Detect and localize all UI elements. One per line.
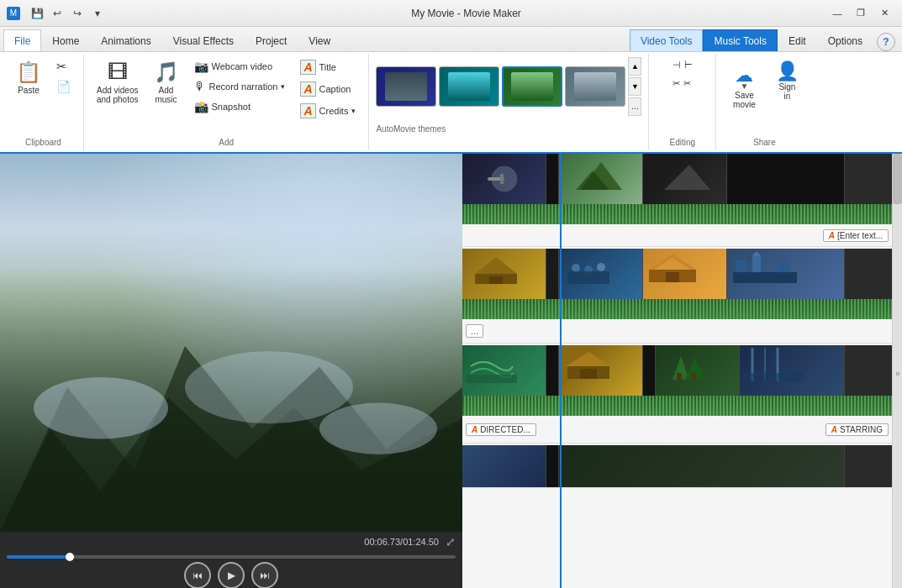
dropdown-arrow[interactable]: ▾: [89, 5, 106, 22]
theme-nav: ▲ ▼ …: [628, 57, 641, 116]
prev-frame-btn[interactable]: ⏮: [184, 562, 211, 588]
skyline-icon: [731, 251, 799, 285]
timeline-strip-4: [462, 445, 892, 488]
undo-btn[interactable]: ↩: [49, 5, 66, 22]
caption-btn[interactable]: A Caption: [294, 79, 361, 99]
mountain-svg: [0, 305, 462, 532]
clip-thumb-3f[interactable]: [740, 345, 845, 396]
clipboard-label: Clipboard: [25, 134, 61, 147]
svg-rect-24: [752, 255, 761, 272]
clip-thumb-3c[interactable]: [559, 345, 643, 396]
close-btn[interactable]: ✕: [873, 5, 895, 22]
clip-thumb-1e[interactable]: [727, 154, 845, 204]
tab-animations[interactable]: Animations: [90, 29, 161, 51]
theme-thumb-3[interactable]: [502, 66, 562, 107]
copy-btn[interactable]: 📄: [50, 77, 76, 96]
themes-label: AutoMovie themes: [376, 121, 446, 134]
audio-wave-3: [462, 396, 892, 416]
paste-btn[interactable]: 📋 Paste: [10, 57, 47, 98]
timeline-pane[interactable]: ≡: [462, 154, 902, 588]
timeline-inner: A [Enter text...: [462, 154, 892, 488]
snapshot-btn[interactable]: 📸 Snapshot: [188, 97, 292, 116]
clip-thumb-2b[interactable]: [546, 249, 559, 299]
minimize-btn[interactable]: —: [826, 5, 848, 22]
theme-thumb-1[interactable]: [376, 66, 436, 107]
next-frame-btn[interactable]: ⏭: [251, 562, 278, 588]
trim-tool-btn[interactable]: ⊣ ⊢: [667, 57, 699, 73]
clip-thumb-4a[interactable]: [462, 445, 546, 487]
timeline-scrollbar[interactable]: ≡: [892, 154, 902, 588]
add-videos-icon: 🎞: [108, 60, 128, 84]
mountain-icon-sm: [576, 158, 626, 192]
ellipsis-badge[interactable]: ...: [466, 324, 483, 338]
tab-options[interactable]: Options: [817, 29, 873, 51]
save-arrow-icon: ▼: [740, 81, 748, 91]
save-quick-btn[interactable]: 💾: [29, 5, 45, 22]
clip-thumb-4b[interactable]: [546, 445, 559, 487]
clip-thumb-3d[interactable]: [643, 345, 656, 396]
clip-thumb-3e[interactable]: [656, 345, 740, 396]
text-badge-1[interactable]: A [Enter text...: [823, 229, 889, 242]
clip-thumb-4c[interactable]: [559, 445, 845, 487]
tab-video-tools[interactable]: Video Tools: [630, 29, 704, 51]
tab-edit[interactable]: Edit: [778, 29, 817, 51]
cut-btn[interactable]: ✂: [50, 57, 76, 76]
save-movie-btn[interactable]: ☁ ▼ Save movie: [723, 57, 765, 113]
directed-badge[interactable]: A DIRECTED...: [466, 423, 536, 436]
clip-thumb-1c[interactable]: [559, 154, 643, 204]
clip-thumb-1b[interactable]: [546, 154, 559, 204]
playback-bar: ⏮ ▶ ⏭: [0, 552, 462, 588]
theme-thumb-4[interactable]: [565, 66, 625, 107]
add-music-btn[interactable]: 🎵 Add music: [148, 57, 185, 108]
cut-copy-col: ✂ 📄: [50, 57, 76, 96]
restore-btn[interactable]: ❐: [850, 5, 872, 22]
clip-thumb-1a[interactable]: [462, 154, 546, 204]
tab-home[interactable]: Home: [41, 29, 90, 51]
seek-bar[interactable]: [7, 555, 456, 559]
clip-thumb-2d[interactable]: [643, 249, 727, 299]
waterfall-icon: [744, 348, 803, 381]
tab-view[interactable]: View: [298, 29, 341, 51]
title-btn[interactable]: A Title: [294, 57, 361, 77]
play-btn[interactable]: ▶: [218, 562, 245, 588]
svg-rect-33: [677, 373, 682, 380]
preview-video[interactable]: [0, 154, 462, 532]
theme-thumb-2[interactable]: [439, 66, 499, 107]
person-icon: 👤: [776, 60, 799, 82]
credits-btn[interactable]: A Credits ▾: [294, 101, 361, 121]
tab-music-tools[interactable]: Music Tools: [703, 29, 777, 51]
theme-prev-btn[interactable]: ▲: [628, 57, 641, 76]
clip-thumb-2c[interactable]: [559, 249, 643, 299]
clip-thumb-3a[interactable]: [462, 345, 546, 396]
text-extras-col: A Title A Caption A Credits ▾: [294, 57, 361, 121]
clip-thumb-1d[interactable]: [643, 154, 727, 204]
record-narration-btn[interactable]: 🎙 Record narration ▾: [188, 77, 292, 96]
svg-point-4: [319, 403, 437, 454]
temple-icon-1: [471, 253, 521, 286]
tab-file[interactable]: File: [3, 29, 41, 51]
narration-icon: 🎙: [194, 80, 206, 93]
help-btn[interactable]: ?: [877, 33, 895, 51]
svg-point-2: [34, 377, 168, 439]
theme-next-btn[interactable]: ▼: [628, 77, 641, 96]
playback-btns: ⏮ ▶ ⏭: [7, 562, 456, 588]
split-btn[interactable]: ✂ ✂: [667, 76, 699, 92]
theme-more-btn[interactable]: …: [628, 97, 641, 116]
clip-thumb-3b[interactable]: [546, 345, 559, 396]
clip-row-3: [462, 345, 892, 396]
clip-thumb-2e[interactable]: [727, 249, 845, 299]
tab-visual-effects[interactable]: Visual Effects: [162, 29, 245, 51]
redo-btn[interactable]: ↪: [69, 5, 86, 22]
svg-rect-23: [736, 260, 746, 272]
tab-project[interactable]: Project: [245, 29, 298, 51]
svg-marker-29: [566, 352, 611, 366]
window-title: My Movie - Movie Maker: [411, 8, 521, 19]
svg-rect-27: [467, 375, 517, 383]
starring-badge[interactable]: A STARRING: [826, 423, 889, 436]
clip-thumb-2a[interactable]: [462, 249, 546, 299]
webcam-video-btn[interactable]: 📷 Webcam video: [188, 57, 292, 76]
add-videos-btn[interactable]: 🎞 Add videos and photos: [91, 57, 145, 108]
timeline-strip-1: A [Enter text...: [462, 154, 892, 247]
fullscreen-btn[interactable]: ⤢: [446, 535, 456, 549]
sign-in-btn[interactable]: 👤 Sign in: [768, 57, 805, 104]
